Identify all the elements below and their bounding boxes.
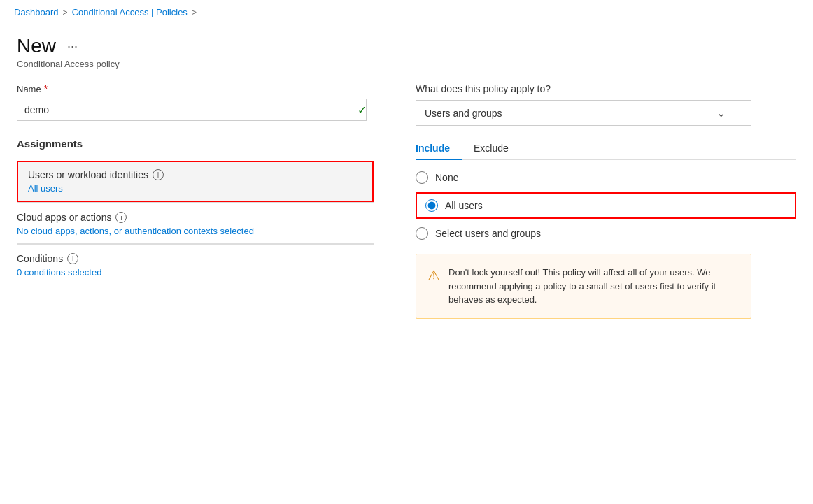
tab-include[interactable]: Include <box>416 137 462 159</box>
radio-none[interactable]: None <box>416 171 796 184</box>
assignments-section: Assignments Users or workload identities… <box>17 138 374 285</box>
dropdown-arrow-icon: ⌄ <box>716 106 726 120</box>
dropdown-value: Users and groups <box>425 108 502 119</box>
radio-select-input[interactable] <box>416 227 428 240</box>
users-value: All users <box>28 183 362 194</box>
assignments-title: Assignments <box>17 138 374 154</box>
divider-3 <box>17 285 374 285</box>
policy-applies-dropdown[interactable]: Users and groups ⌄ <box>416 100 751 126</box>
radio-select-label: Select users and groups <box>435 228 541 239</box>
users-info-icon: i <box>153 169 164 180</box>
breadcrumb: Dashboard > Conditional Access | Policie… <box>0 0 813 22</box>
name-input[interactable] <box>17 99 367 121</box>
required-indicator: * <box>44 83 48 94</box>
breadcrumb-sep2: > <box>192 8 197 17</box>
cloud-apps-info-icon: i <box>115 212 127 223</box>
warning-box: ⚠ Don't lock yourself out! This policy w… <box>416 254 751 319</box>
radio-none-input[interactable] <box>416 171 428 184</box>
users-label: Users or workload identities <box>28 169 148 180</box>
ellipsis-button[interactable]: ··· <box>63 38 82 55</box>
policy-applies-dropdown-wrapper: Users and groups ⌄ <box>416 100 796 126</box>
conditions-value: 0 conditions selected <box>17 267 374 278</box>
cloud-apps-item[interactable]: Cloud apps or actions i No cloud apps, a… <box>17 203 374 243</box>
radio-all-users-input[interactable] <box>425 199 438 212</box>
name-field-label: Name * <box>17 83 374 94</box>
check-icon: ✓ <box>358 103 367 117</box>
radio-all-users-label: All users <box>445 200 483 211</box>
conditions-item[interactable]: Conditions i 0 conditions selected <box>17 244 374 285</box>
conditions-info-icon: i <box>67 253 78 264</box>
right-panel: What does this policy apply to? Users an… <box>416 83 796 319</box>
radio-all-users[interactable]: All users <box>416 192 796 219</box>
users-assignment-item[interactable]: Users or workload identities i All users <box>17 161 374 202</box>
warning-icon: ⚠ <box>427 267 440 307</box>
policy-applies-label: What does this policy apply to? <box>416 83 796 94</box>
breadcrumb-sep1: > <box>63 8 68 17</box>
tab-exclude[interactable]: Exclude <box>474 137 521 159</box>
breadcrumb-dashboard[interactable]: Dashboard <box>14 7 59 17</box>
radio-group: None All users Select users and groups <box>416 171 796 240</box>
left-panel: Name * ✓ Assignments Users or workload i… <box>17 83 374 319</box>
page-title: New <box>17 35 56 57</box>
breadcrumb-conditional-access[interactable]: Conditional Access | Policies <box>72 7 188 17</box>
cloud-apps-value: No cloud apps, actions, or authenticatio… <box>17 226 374 236</box>
conditions-label: Conditions <box>17 253 63 264</box>
radio-none-label: None <box>435 172 458 183</box>
main-content: Name * ✓ Assignments Users or workload i… <box>0 76 813 336</box>
cloud-apps-label: Cloud apps or actions <box>17 212 111 223</box>
name-input-wrapper: ✓ <box>17 99 374 121</box>
page-header: New ··· Conditional Access policy <box>0 22 813 76</box>
page-subtitle: Conditional Access policy <box>17 59 796 69</box>
tabs-row: Include Exclude <box>416 137 796 160</box>
radio-select-users[interactable]: Select users and groups <box>416 227 796 240</box>
warning-text: Don't lock yourself out! This policy wil… <box>448 266 740 307</box>
